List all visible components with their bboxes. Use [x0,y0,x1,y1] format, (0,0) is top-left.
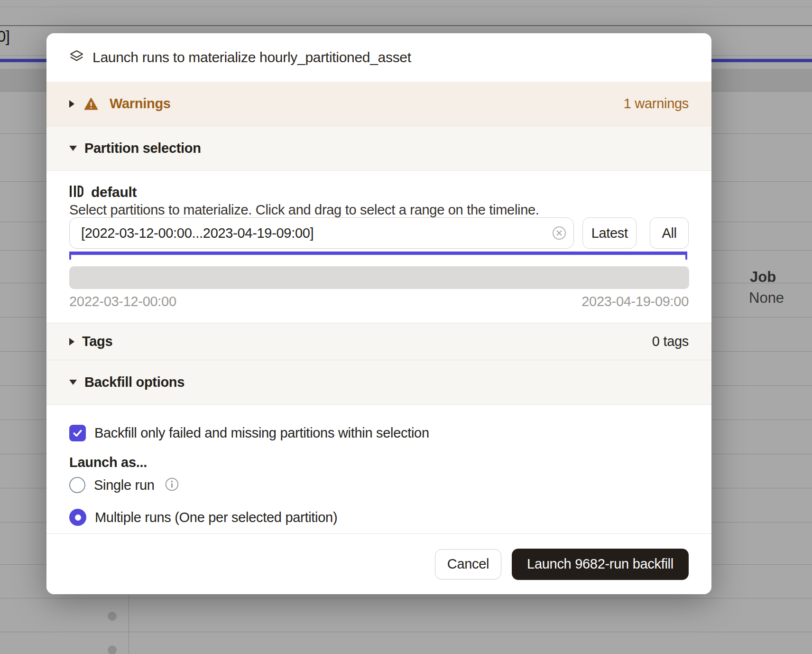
single-run-label: Single run [94,477,155,493]
materialize-layers-icon [69,49,84,66]
selection-end-tick [685,252,687,260]
partition-range-controls: Latest All [69,217,689,249]
partition-dimension-row: default [69,184,689,200]
warnings-label: Warnings [110,96,171,112]
single-run-option[interactable]: Single run [69,477,689,493]
all-button[interactable]: All [650,217,689,249]
launch-backfill-dialog: Launch runs to materialize hourly_partit… [46,33,711,594]
backfill-options-label: Backfill options [84,374,185,390]
chevron-down-icon [69,146,77,151]
partition-timeline-bar[interactable] [69,266,689,289]
selection-start-tick [69,252,71,260]
partition-range-input-wrap [69,217,574,249]
chevron-right-icon [69,100,74,108]
warnings-count: 1 warnings [624,96,689,112]
partition-selection-section-header[interactable]: Partition selection [46,126,711,171]
screen: 0] Job None [0,0,812,654]
selection-range-bar [69,252,687,255]
partition-selection-label: Partition selection [84,140,201,156]
partition-dimension-name: default [91,184,137,200]
dialog-footer: Cancel Launch 9682-run backfill [46,533,711,594]
tags-section-header[interactable]: Tags 0 tags [46,323,711,360]
tags-count: 0 tags [652,334,689,349]
backfill-options-section-header[interactable]: Backfill options [46,360,711,405]
clear-selection-icon[interactable] [552,226,566,240]
multiple-runs-option[interactable]: Multiple runs (One per selected partitio… [69,509,689,526]
backfill-failed-missing-row[interactable]: Backfill only failed and missing partiti… [69,425,689,441]
info-icon[interactable] [165,477,179,493]
timeline-end-date: 2023-04-19-09:00 [581,294,689,309]
single-run-radio[interactable] [69,477,85,493]
backfill-options-content: Backfill only failed and missing partiti… [46,405,711,533]
partition-selection-content: default Select partitions to materialize… [46,171,711,323]
tags-label: Tags [82,334,112,349]
warning-triangle-icon [84,97,98,111]
timeline-start-date: 2022-03-12-00:00 [69,294,176,309]
partition-columns-icon [69,184,83,200]
partition-range-input[interactable] [69,217,574,249]
dialog-title: Launch runs to materialize hourly_partit… [92,49,411,65]
partition-help-text: Select partitions to materialize. Click … [69,202,689,217]
multiple-runs-label: Multiple runs (One per selected partitio… [95,510,337,525]
warnings-section-header[interactable]: Warnings 1 warnings [46,82,711,126]
timeline-date-labels: 2022-03-12-00:00 2023-04-19-09:00 [69,294,689,309]
chevron-right-icon [69,338,74,346]
backfill-failed-missing-checkbox[interactable] [69,425,86,441]
chevron-down-icon [69,380,77,385]
launch-backfill-button[interactable]: Launch 9682-run backfill [512,549,689,580]
multiple-runs-radio[interactable] [69,509,86,526]
latest-button[interactable]: Latest [582,217,637,249]
cancel-button[interactable]: Cancel [435,549,501,579]
backfill-failed-missing-label: Backfill only failed and missing partiti… [94,425,429,441]
dialog-header: Launch runs to materialize hourly_partit… [46,33,711,82]
launch-as-label: Launch as... [69,455,689,470]
timeline-selection-indicator [69,252,689,263]
